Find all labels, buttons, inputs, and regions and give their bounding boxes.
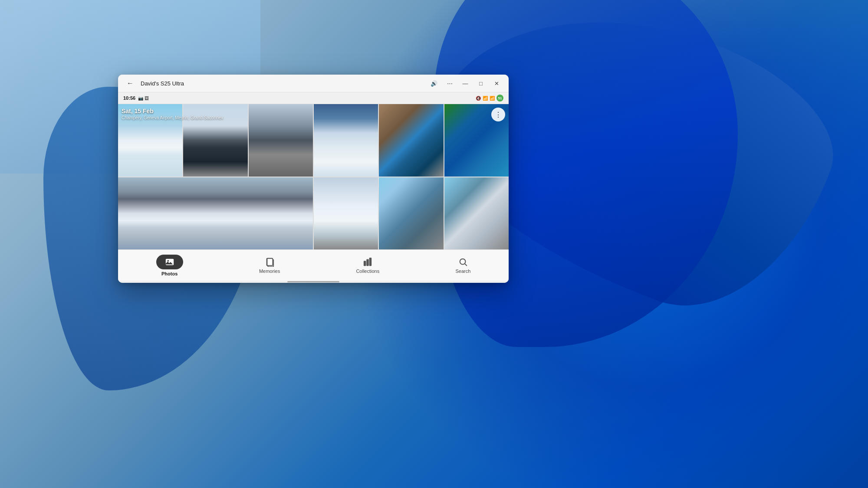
svg-rect-6 — [367, 259, 368, 265]
battery-label: 51 — [498, 96, 502, 100]
photo-location: Champéry, Geneva Airport, Meyrin, Grand-… — [122, 115, 223, 120]
photo-snowmobile[interactable] — [249, 104, 313, 177]
search-label: Search — [455, 269, 470, 274]
more-dots-icon: ⋮ — [495, 111, 502, 119]
collections-icon — [363, 257, 372, 267]
status-time: 10:56 — [123, 95, 135, 101]
photo-selfie-goggles[interactable] — [379, 104, 443, 177]
nav-photos-icon-wrap — [156, 255, 183, 269]
memories-icon — [265, 257, 274, 267]
nav-search[interactable]: Search — [445, 254, 481, 277]
date-overlay: Sat, 15 Feb Champéry, Geneva Airport, Me… — [122, 108, 223, 120]
gallery-icon: 🖼 — [145, 96, 149, 101]
mute-icon: 🔇 — [476, 96, 481, 101]
title-bar: ← David's S25 Ultra 🔊 ⋯ — □ ✕ — [118, 75, 509, 92]
nav-memories[interactable]: Memories — [249, 254, 290, 277]
scroll-bar — [287, 281, 339, 282]
app-window: ← David's S25 Ultra 🔊 ⋯ — □ ✕ 10:56 📷 — [118, 75, 509, 283]
nav-search-icon-wrap — [458, 257, 468, 267]
more-icon: ⋯ — [447, 80, 453, 87]
title-bar-controls: 🔊 ⋯ — □ ✕ — [427, 76, 503, 90]
search-icon — [458, 257, 468, 267]
svg-point-1 — [167, 260, 169, 262]
photo-more-button[interactable]: ⋮ — [491, 108, 505, 121]
photo-building[interactable] — [444, 177, 509, 250]
battery-badge: 51 — [496, 95, 503, 102]
memories-label: Memories — [259, 269, 280, 274]
status-icons: 📷 🖼 — [138, 96, 149, 101]
svg-rect-5 — [364, 261, 366, 265]
back-icon: ← — [127, 79, 134, 87]
collections-label: Collections — [356, 269, 379, 274]
nav-collections-icon-wrap — [363, 257, 372, 267]
minimize-icon: — — [463, 80, 468, 87]
photo-grid: Sat, 15 Feb Champéry, Geneva Airport, Me… — [118, 104, 509, 249]
svg-line-9 — [465, 264, 467, 265]
sound-icon: 🔊 — [431, 80, 437, 87]
photos-label: Photos — [161, 271, 178, 276]
svg-rect-4 — [267, 258, 273, 265]
photo-date: Sat, 15 Feb — [122, 108, 223, 115]
photo-panorama[interactable] — [118, 177, 313, 250]
phone-status-bar: 10:56 📷 🖼 🔇 📶 📶 51 — [118, 92, 509, 104]
sound-button[interactable]: 🔊 — [427, 76, 441, 90]
close-button[interactable]: ✕ — [490, 76, 503, 90]
wifi-icon: 📶 — [483, 96, 488, 101]
minimize-button[interactable]: — — [458, 76, 472, 90]
close-icon: ✕ — [494, 80, 499, 87]
bottom-nav: Photos Memories — [118, 249, 509, 281]
maximize-icon: □ — [479, 80, 483, 87]
back-button[interactable]: ← — [123, 76, 137, 90]
svg-rect-7 — [370, 258, 372, 265]
signal-icon: 📶 — [490, 96, 495, 101]
nav-collections[interactable]: Collections — [345, 254, 390, 277]
status-right-icons: 🔇 📶 📶 51 — [476, 95, 503, 102]
maximize-button[interactable]: □ — [474, 76, 488, 90]
nav-memories-icon-wrap — [265, 257, 274, 267]
photo-outdoor-cafe[interactable] — [379, 177, 443, 250]
nav-photos[interactable]: Photos — [146, 251, 194, 280]
photo-mountain-blue[interactable] — [314, 104, 378, 177]
scroll-indicator — [118, 281, 509, 283]
photo-ski-slope-2[interactable] — [314, 177, 378, 250]
camera-icon: 📷 — [138, 96, 143, 101]
photos-icon — [165, 257, 174, 267]
window-title: David's S25 Ultra — [141, 80, 427, 87]
more-button[interactable]: ⋯ — [443, 76, 457, 90]
